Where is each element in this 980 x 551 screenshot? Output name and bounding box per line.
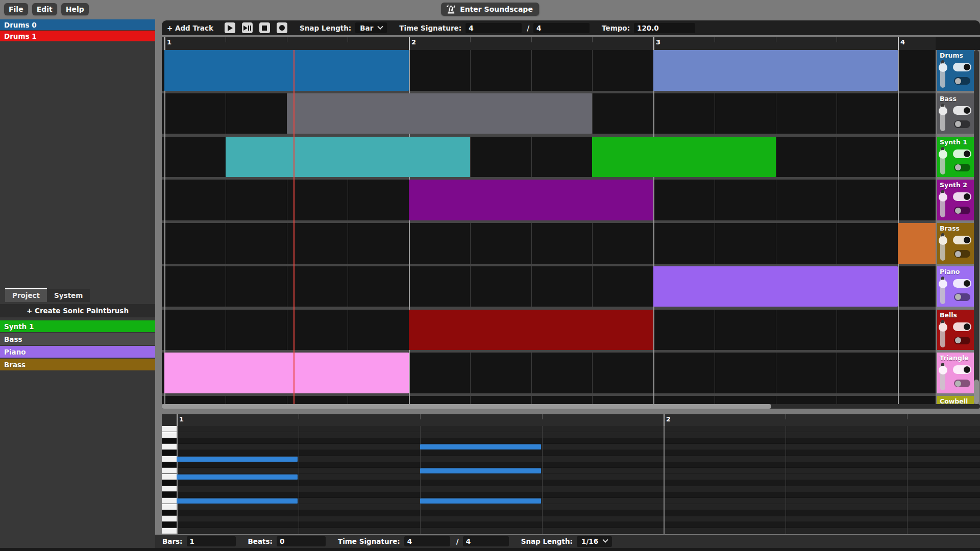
volume-slider-knob[interactable]	[939, 107, 947, 115]
horizontal-scrollbar[interactable]	[162, 404, 980, 409]
transport-stop-button[interactable]	[259, 22, 270, 33]
pr-snap-length-select[interactable]: 1/16	[577, 536, 612, 547]
create-sonic-paintbrush-button[interactable]: + Create Sonic Paintbrush	[0, 304, 155, 317]
tempo-input[interactable]	[634, 23, 695, 33]
toggle-on[interactable]	[953, 279, 971, 288]
paintbrush-item[interactable]: Brass	[0, 359, 155, 370]
toggle-on[interactable]	[953, 106, 971, 115]
menu-button-file[interactable]: File	[4, 3, 28, 15]
volume-slider[interactable]	[940, 191, 945, 217]
piano-key-black[interactable]	[162, 462, 177, 468]
clip-drums[interactable]	[653, 50, 898, 91]
midi-note[interactable]	[177, 457, 298, 462]
volume-slider-knob[interactable]	[939, 63, 947, 72]
menu-button-help[interactable]: Help	[61, 3, 89, 15]
arrangement-grid[interactable]	[162, 50, 936, 404]
volume-slider-knob[interactable]	[939, 150, 947, 159]
piano-roll-ruler[interactable]: 12	[162, 414, 980, 426]
toggle-on[interactable]	[953, 322, 971, 331]
piano-key-white[interactable]	[162, 516, 177, 522]
clip-list-item[interactable]: Drums 1	[0, 31, 155, 41]
clip-triangle[interactable]	[164, 353, 409, 393]
clip-brass[interactable]	[898, 223, 936, 264]
vertical-scrollbar[interactable]	[974, 50, 979, 404]
clip-piano[interactable]	[653, 266, 898, 307]
piano-roll-grid[interactable]	[162, 426, 980, 534]
toggle-on[interactable]	[953, 63, 971, 71]
toggle-off[interactable]	[954, 380, 970, 387]
piano-key-white[interactable]	[162, 426, 177, 432]
time-signature-denominator-input[interactable]	[533, 23, 590, 33]
volume-slider-knob[interactable]	[939, 193, 947, 202]
piano-key-black[interactable]	[162, 480, 177, 486]
volume-slider-knob[interactable]	[939, 366, 947, 374]
toggle-off[interactable]	[954, 337, 970, 344]
volume-slider[interactable]	[940, 234, 945, 261]
piano-key-black[interactable]	[162, 522, 177, 528]
snap-length-select[interactable]: Bar	[355, 22, 387, 33]
enter-soundscape-button[interactable]: Enter Soundscape	[441, 3, 539, 16]
volume-slider[interactable]	[940, 278, 945, 304]
transport-play-pause-button[interactable]	[242, 22, 253, 33]
paintbrush-item[interactable]: Piano	[0, 346, 155, 358]
vertical-scrollbar-thumb[interactable]	[974, 380, 979, 404]
midi-note[interactable]	[420, 468, 541, 473]
piano-key-black[interactable]	[162, 510, 177, 516]
tab-project[interactable]: Project	[5, 288, 47, 302]
tab-system[interactable]: System	[47, 289, 90, 302]
piano-key-black[interactable]	[162, 438, 177, 444]
pr-time-signature-denominator-input[interactable]	[463, 536, 509, 546]
toggle-on[interactable]	[953, 365, 971, 374]
toggle-off[interactable]	[954, 250, 970, 258]
volume-slider-knob[interactable]	[939, 236, 947, 245]
clip-synth-1[interactable]	[226, 137, 470, 178]
piano-key-black[interactable]	[162, 492, 177, 498]
volume-slider[interactable]	[940, 321, 945, 347]
paintbrush-item[interactable]: Bass	[0, 333, 155, 345]
toggle-on[interactable]	[953, 192, 971, 201]
add-track-button[interactable]: + Add Track	[167, 24, 213, 32]
volume-slider[interactable]	[940, 364, 945, 390]
beats-input[interactable]	[277, 536, 326, 546]
piano-key-white[interactable]	[162, 504, 177, 510]
toggle-on[interactable]	[953, 149, 971, 158]
piano-key-white[interactable]	[162, 486, 177, 492]
clip-bells[interactable]	[409, 310, 653, 350]
volume-slider[interactable]	[940, 148, 945, 174]
volume-slider[interactable]	[940, 61, 945, 88]
toggle-off[interactable]	[954, 207, 970, 214]
midi-note[interactable]	[177, 474, 298, 480]
clip-bass[interactable]	[287, 93, 593, 134]
toggle-off[interactable]	[954, 164, 970, 171]
menu-button-edit[interactable]: Edit	[32, 3, 57, 15]
toggle-off[interactable]	[954, 120, 970, 128]
piano-key-white[interactable]	[162, 498, 177, 504]
transport-play-button[interactable]	[225, 22, 235, 33]
midi-note[interactable]	[177, 498, 298, 504]
clip-drums[interactable]	[164, 50, 409, 91]
timeline-ruler[interactable]: 1234	[162, 37, 936, 50]
transport-record-button[interactable]	[277, 22, 287, 33]
time-signature-numerator-input[interactable]	[465, 23, 522, 33]
horizontal-scrollbar-thumb[interactable]	[162, 404, 771, 409]
piano-key-black[interactable]	[162, 450, 177, 456]
volume-slider-knob[interactable]	[939, 323, 947, 332]
paintbrush-item[interactable]: Synth 1	[0, 320, 155, 332]
piano-key-white[interactable]	[162, 444, 177, 450]
midi-note[interactable]	[420, 498, 541, 504]
toggle-on[interactable]	[953, 236, 971, 244]
piano-key-white[interactable]	[162, 528, 177, 534]
clip-synth-1[interactable]	[592, 137, 775, 178]
piano-key-white[interactable]	[162, 474, 177, 480]
volume-slider-knob[interactable]	[939, 280, 947, 288]
piano-key-white[interactable]	[162, 456, 177, 462]
piano-key-white[interactable]	[162, 468, 177, 474]
volume-slider[interactable]	[940, 105, 945, 131]
clip-synth-2[interactable]	[409, 180, 653, 220]
midi-note[interactable]	[420, 444, 541, 449]
pr-time-signature-numerator-input[interactable]	[404, 536, 450, 546]
clip-list-item[interactable]: Drums 0	[0, 19, 155, 30]
toggle-off[interactable]	[954, 293, 970, 301]
playhead[interactable]	[293, 50, 295, 404]
bars-input[interactable]	[187, 536, 236, 546]
